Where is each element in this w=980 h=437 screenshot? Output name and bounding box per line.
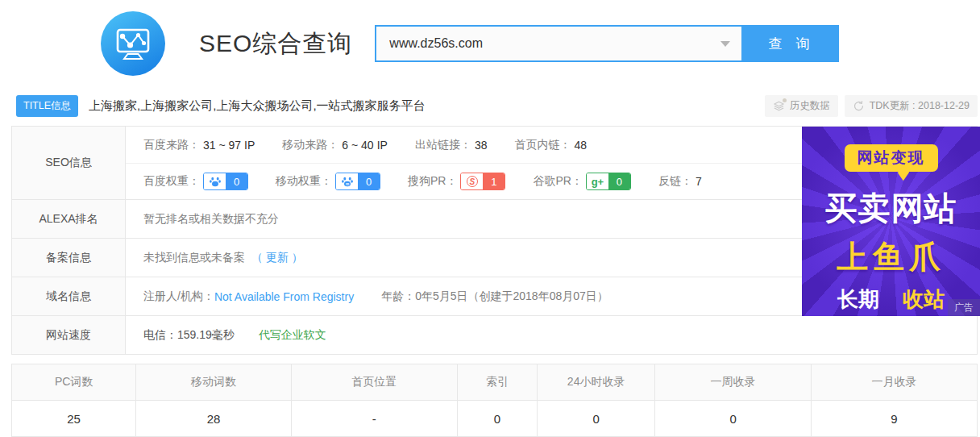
row-label: SEO信息	[12, 127, 126, 199]
refresh-icon	[853, 100, 865, 112]
mobile-weight-badge[interactable]: m 0	[335, 173, 380, 190]
table-row-speed: 网站速度 电信：159.19毫秒 代写企业软文	[12, 315, 977, 354]
alexa-text: 暂无排名或相关数据不充分	[143, 212, 279, 227]
mobile-traffic-unit: IP	[377, 139, 388, 152]
mobile-traffic-label: 移动来路：	[282, 138, 338, 152]
age-label: 年龄：	[381, 289, 415, 304]
header: SEO综合查询 查 询	[0, 0, 980, 81]
tdk-update-button[interactable]: TDK更新 : 2018-12-29	[845, 95, 978, 117]
svg-text:m: m	[345, 182, 348, 186]
registrant-link[interactable]: Not Available From Registry	[214, 290, 354, 303]
baidu-traffic-label: 百度来路：	[143, 138, 200, 152]
page-title: SEO综合查询	[199, 27, 352, 60]
stat-value: 0	[457, 401, 537, 436]
seo-query-page: SEO综合查询 查 询 TITLE信息 上海搬家,上海搬家公司,上海大众搬场公司…	[0, 0, 980, 437]
mobile-traffic-value: 6 ~ 40	[342, 139, 373, 152]
baidu-traffic-value: 31 ~ 97	[203, 139, 241, 152]
row-label: 网站速度	[12, 316, 126, 354]
google-pr-badge[interactable]: g+ 0	[586, 173, 631, 190]
homelinks-value: 48	[574, 139, 587, 152]
stat-value: 0	[537, 401, 654, 436]
sogou-pr-label: 搜狗PR：	[408, 174, 457, 189]
search-bar: 查 询	[375, 25, 839, 62]
ad-banner[interactable]: 网站变现 买卖网站 上鱼爪 长期 收站 广告	[802, 127, 980, 316]
outlinks-value: 38	[475, 139, 488, 152]
column-header: PC词数	[12, 364, 135, 400]
site-title-text: 上海搬家,上海搬家公司,上海大众搬场公司,一站式搬家服务平台	[89, 98, 758, 114]
backlinks-value[interactable]: 7	[696, 175, 702, 188]
tdk-update-label: TDK更新 : 2018-12-29	[870, 99, 970, 113]
outlinks-label: 出站链接：	[415, 138, 471, 152]
column-header: 移动词数	[135, 364, 291, 400]
query-button[interactable]: 查 询	[743, 25, 839, 62]
sogou-pr-value: 1	[483, 173, 505, 189]
baidu-weight-badge[interactable]: 0	[203, 173, 248, 190]
mobile-weight-label: 移动权重：	[276, 174, 332, 189]
history-data-label: 历史数据	[790, 99, 830, 113]
stats-value-row: 25 28 - 0 0 0 9	[12, 401, 977, 436]
stats-header-row: PC词数 移动词数 首页位置 索引 24小时收录 一周收录 一月收录	[12, 364, 977, 401]
beian-update-link[interactable]: （ 更新 ）	[251, 251, 303, 265]
column-header: 一月收录	[811, 364, 977, 400]
ad-subheadline: 上鱼爪	[837, 235, 945, 279]
row-label: 域名信息	[12, 277, 126, 315]
ad-bubble-text: 网站变现	[845, 144, 938, 172]
baidu-weight-label: 百度权重：	[143, 174, 200, 189]
baidu-mobile-paw-icon: m	[336, 173, 358, 189]
stat-value: 28	[135, 401, 291, 436]
google-pr-value: 0	[608, 173, 630, 189]
stat-value: 25	[12, 401, 135, 436]
title-info-badge: TITLE信息	[16, 95, 78, 117]
homelinks-label: 首页内链：	[514, 138, 571, 152]
ad-label: 广告	[948, 299, 980, 316]
ad-tagline-right: 收站	[903, 287, 945, 311]
stat-value: -	[291, 401, 457, 436]
search-box	[375, 25, 743, 62]
column-header: 一周收录	[654, 364, 811, 400]
stat-value: 0	[654, 401, 811, 436]
row-label: ALEXA排名	[12, 200, 126, 238]
ad-tagline-left: 长期	[837, 287, 879, 311]
soft-article-ad-link[interactable]: 代写企业软文	[259, 328, 326, 343]
registrant-label: 注册人/机构：	[143, 289, 214, 304]
age-value: 0年5月5日（创建于2018年08月07日）	[415, 289, 608, 304]
column-header: 索引	[457, 364, 537, 400]
column-header: 24小时收录	[537, 364, 654, 400]
google-pr-label: 谷歌PR：	[533, 174, 582, 189]
sogou-pr-badge[interactable]: S 1	[460, 173, 505, 190]
baidu-traffic-unit: IP	[244, 139, 255, 152]
analytics-monitor-icon	[101, 11, 165, 76]
chevron-down-icon[interactable]	[720, 41, 730, 47]
telecom-speed: 电信：159.19毫秒	[143, 328, 235, 343]
notification-dot	[783, 98, 787, 102]
search-input[interactable]	[375, 25, 743, 62]
column-header: 首页位置	[291, 364, 457, 400]
row-label: 备案信息	[12, 239, 126, 277]
baidu-weight-value: 0	[226, 173, 247, 189]
title-bar: TITLE信息 上海搬家,上海搬家公司,上海大众搬场公司,一站式搬家服务平台 历…	[11, 95, 978, 117]
baidu-paw-icon	[204, 173, 226, 189]
mobile-weight-value: 0	[358, 173, 380, 189]
ad-headline: 买卖网站	[825, 186, 957, 231]
beian-text: 未找到信息或未备案	[143, 251, 245, 265]
history-data-button[interactable]: 历史数据	[765, 95, 838, 117]
google-plus-icon: g+	[592, 176, 604, 188]
keyword-stats-table: PC词数 移动词数 首页位置 索引 24小时收录 一周收录 一月收录 25 28…	[11, 364, 978, 437]
stat-value: 9	[811, 401, 977, 436]
sogou-icon: S	[467, 176, 478, 187]
backlinks-label: 反链：	[658, 174, 692, 189]
